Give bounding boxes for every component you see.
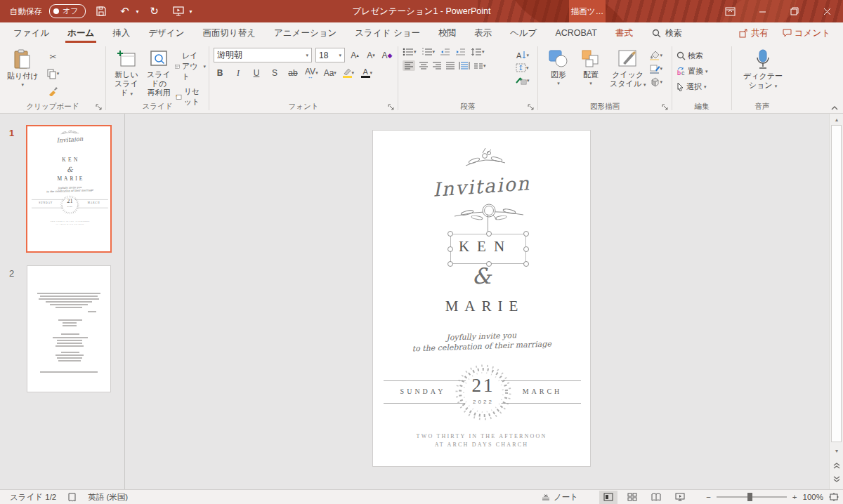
italic-button[interactable]: I [232, 67, 244, 79]
tab-home[interactable]: ホーム [58, 22, 103, 44]
start-slideshow-button[interactable] [170, 3, 187, 20]
collapse-ribbon-button[interactable] [830, 104, 839, 111]
drawing-tools-context-tab[interactable]: 描画ツ… [569, 0, 606, 22]
zoom-level[interactable]: 100% [803, 493, 823, 501]
tab-view[interactable]: 表示 [465, 22, 501, 44]
scroll-up-button[interactable]: ▴ [830, 114, 843, 125]
numbering-button[interactable]: ▾ [422, 48, 436, 56]
shape-fill-button[interactable]: ▾ [649, 51, 663, 60]
layout-button[interactable]: レイアウト▾ [175, 51, 206, 82]
underline-button[interactable]: U [250, 67, 263, 79]
ribbon-display-options-button[interactable] [714, 0, 746, 22]
drawing-dialog-launcher[interactable] [661, 103, 669, 112]
zoom-slider-thumb[interactable] [747, 493, 752, 501]
previous-slide-button[interactable] [830, 460, 843, 471]
highlight-color-button[interactable]: ▾ [342, 67, 355, 79]
replace-button[interactable]: bc 置換▾ [677, 66, 708, 77]
tab-acrobat[interactable]: ACROBAT [546, 22, 606, 44]
resize-handle-n[interactable] [486, 231, 492, 237]
slide-canvas[interactable]: Invitaion KEN & MARIE Joyfully invite yo… [125, 114, 829, 489]
bullets-button[interactable]: ▾ [403, 48, 417, 56]
character-spacing-button[interactable]: AV↔▾ [305, 67, 318, 79]
justify-button[interactable] [445, 62, 455, 69]
zoom-out-button[interactable]: − [706, 493, 711, 501]
tab-review[interactable]: 校閲 [429, 22, 465, 44]
align-center-button[interactable] [419, 62, 429, 69]
shrink-font-button[interactable]: A▾ [365, 49, 377, 62]
find-button[interactable]: 検索 [677, 51, 708, 61]
reuse-slides-button[interactable]: スライドの 再利用 [143, 48, 175, 99]
clipboard-dialog-launcher[interactable] [95, 103, 103, 112]
increase-indent-button[interactable] [455, 48, 466, 56]
year-text[interactable]: 2022 [453, 399, 514, 405]
select-button[interactable]: 選択▾ [677, 81, 708, 92]
scroll-down-button[interactable]: ▾ [830, 445, 843, 456]
time-place-text[interactable]: TWO THIRTY IN THE AFTERNOON AT ARCH DAYS… [373, 432, 590, 449]
slide2-thumbnail[interactable] [27, 265, 111, 392]
align-right-button[interactable] [432, 62, 442, 69]
comments-button[interactable]: コメント [777, 25, 836, 41]
date-number-text[interactable]: 21 [453, 375, 514, 397]
font-color-button[interactable]: A ▾ [360, 67, 373, 79]
text-shadow-button[interactable]: S [268, 67, 281, 79]
month-text[interactable]: MARCH [512, 387, 573, 395]
minimize-button[interactable] [746, 0, 778, 22]
zoom-slider[interactable] [717, 496, 787, 498]
undo-dropdown[interactable]: ▾ [136, 8, 139, 15]
scrollbar-thumb[interactable] [831, 125, 842, 442]
redo-button[interactable]: ↻ [146, 3, 163, 20]
tab-animations[interactable]: アニメーション [265, 22, 346, 44]
distribute-button[interactable] [459, 62, 470, 69]
dictation-button[interactable]: ディクテー ション ▾ [740, 48, 785, 92]
decrease-indent-button[interactable] [440, 48, 450, 56]
next-slide-button[interactable] [830, 474, 843, 485]
font-size-combo[interactable]: 18 ▾ [315, 48, 345, 62]
invite-script-text[interactable]: Joyfully invite you to the celebration o… [373, 329, 591, 356]
slide-editor[interactable]: Invitaion KEN & MARIE Joyfully invite yo… [372, 130, 591, 467]
notes-toggle[interactable]: ノート [541, 492, 578, 503]
share-button[interactable]: 共有 [733, 25, 774, 41]
save-button[interactable] [93, 3, 110, 20]
reading-view-button[interactable] [647, 491, 665, 504]
cut-button[interactable]: ✂ [47, 51, 60, 63]
zoom-in-button[interactable]: + [792, 493, 797, 501]
font-dialog-launcher[interactable] [387, 103, 396, 112]
change-case-button[interactable]: Aa▾ [324, 67, 336, 79]
vertical-scrollbar[interactable]: ▴ ▾ [829, 114, 843, 489]
customize-qat-button[interactable]: ▾ [190, 8, 192, 15]
align-text-button[interactable]: ▾ [515, 63, 530, 72]
normal-view-button[interactable] [599, 491, 617, 504]
line-spacing-button[interactable]: ▾ [471, 48, 485, 56]
paragraph-dialog-launcher[interactable] [527, 103, 535, 112]
groom-name-text[interactable]: KEN [373, 238, 590, 256]
invitation-title[interactable]: Invitaion [372, 168, 590, 204]
tab-transitions[interactable]: 画面切り替え [193, 22, 265, 44]
close-button[interactable] [811, 0, 843, 22]
fit-slide-to-window-button[interactable] [829, 493, 839, 501]
search-box[interactable]: 検索 [642, 22, 692, 44]
bold-button[interactable]: B [214, 67, 226, 79]
tab-format-contextual[interactable]: 書式 [606, 22, 642, 44]
autosave-toggle[interactable]: オフ [49, 4, 86, 18]
align-left-button[interactable] [403, 60, 415, 71]
columns-button[interactable]: ▾ [473, 62, 486, 69]
convert-smartart-button[interactable]: ▾ [515, 76, 530, 85]
font-family-combo[interactable]: 游明朝 ▾ [214, 48, 312, 62]
slide1-thumbnail[interactable]: Invitaion KEN & MARIE Joyfully invite yo… [26, 125, 112, 253]
resize-handle-ne[interactable] [523, 231, 529, 237]
quick-styles-button[interactable]: クイック スタイル ▾ [607, 48, 649, 91]
text-direction-button[interactable]: A▾ [515, 51, 530, 60]
tab-file[interactable]: ファイル [4, 22, 58, 44]
new-slide-button[interactable]: 新しい スライド ▾ [110, 48, 143, 100]
slideshow-view-button[interactable] [671, 491, 689, 504]
shape-outline-button[interactable]: ▾ [649, 64, 663, 74]
clear-formatting-button[interactable]: A◆ [381, 49, 393, 62]
day-text[interactable]: SUNDAY [393, 387, 453, 395]
tab-help[interactable]: ヘルプ [501, 22, 546, 44]
format-painter-button[interactable] [47, 84, 60, 97]
strikethrough-button[interactable]: ab [287, 67, 299, 79]
shapes-button[interactable]: 図形 ▾ [542, 48, 575, 88]
grow-font-button[interactable]: A▴ [348, 49, 361, 62]
slide-sorter-view-button[interactable] [623, 491, 641, 504]
tab-design[interactable]: デザイン [139, 22, 193, 44]
